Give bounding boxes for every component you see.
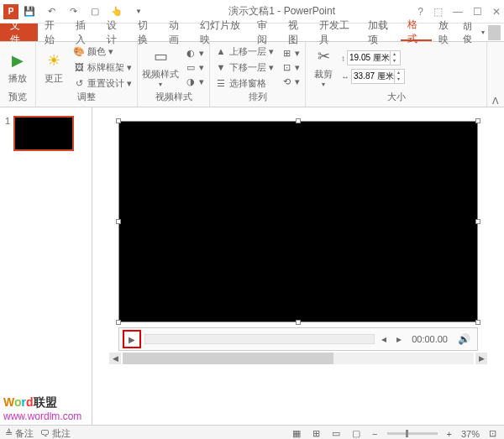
spin-down[interactable]: ▾	[394, 76, 402, 83]
app-icon: P	[3, 4, 18, 19]
tab-insert[interactable]: 插入	[69, 24, 100, 41]
group-icon: ⊡	[281, 62, 292, 73]
tab-transitions[interactable]: 切换	[131, 24, 162, 41]
tab-format[interactable]: 格式	[401, 24, 432, 41]
resize-handle[interactable]	[475, 320, 480, 325]
tab-addins[interactable]: 加载项	[361, 24, 401, 41]
video-object[interactable]	[118, 121, 478, 322]
qat-dropdown-icon[interactable]: ▼	[131, 4, 146, 19]
corrections-button[interactable]: ☀ 更正	[39, 44, 68, 91]
play-button[interactable]: ▶ 播放	[3, 44, 32, 91]
resize-handle[interactable]	[296, 320, 301, 325]
poster-frame-button[interactable]: 🖼标牌框架 ▾	[71, 60, 134, 75]
video-styles-button[interactable]: ▭ 视频样式 ▾	[141, 44, 180, 91]
slideshow-view-icon[interactable]: ▢	[349, 428, 363, 439]
align-button[interactable]: ⊞▾	[279, 47, 302, 60]
zoom-out-icon[interactable]: −	[370, 429, 380, 439]
video-controls: ▶ ◂ ▸ 00:00.00 🔊	[118, 327, 478, 351]
sorter-view-icon[interactable]: ⊞	[310, 428, 323, 439]
collapse-ribbon-icon[interactable]: ᐱ	[487, 42, 504, 107]
crop-button[interactable]: ✂ 裁剪 ▾	[309, 44, 338, 91]
spin-down[interactable]: ▾	[390, 58, 398, 65]
fit-icon[interactable]: ⊡	[486, 428, 499, 439]
group-preview: ▶ 播放 预览	[0, 42, 36, 107]
height-icon: ↕	[341, 54, 345, 63]
seek-bar[interactable]	[144, 334, 375, 344]
main-area: 1 ⟳ ▶ ◂ ▸ 00:00.00 🔊	[0, 107, 504, 425]
maximize-icon[interactable]: ☐	[473, 6, 482, 18]
width-icon: ↔	[341, 72, 349, 81]
undo-icon[interactable]: ↶	[44, 4, 59, 19]
scroll-thumb[interactable]	[123, 353, 333, 364]
tab-design[interactable]: 设计	[100, 24, 131, 41]
resize-handle[interactable]	[116, 219, 121, 224]
start-slideshow-icon[interactable]: ▢	[87, 4, 102, 19]
zoom-percent[interactable]: 37%	[461, 429, 480, 439]
size-inputs: ↕ 19.05 厘米 ▴▾ ↔ 33.87 厘米 ▴▾	[341, 50, 405, 84]
step-forward-icon[interactable]: ▸	[393, 333, 405, 345]
comments-button[interactable]: 🗨 批注	[40, 427, 71, 439]
zoom-slider[interactable]	[387, 432, 438, 435]
resize-handle[interactable]	[475, 219, 480, 224]
tab-review[interactable]: 审阅	[250, 24, 281, 41]
send-backward-button[interactable]: ▼下移一层 ▾	[213, 60, 276, 75]
quick-access-toolbar: 💾 ↶ ↷ ▢ 👆 ▼	[22, 4, 146, 19]
shape-button[interactable]: ◐▾	[183, 47, 206, 60]
close-icon[interactable]: ✕	[492, 6, 501, 18]
selection-pane-button[interactable]: ☰选择窗格	[213, 76, 276, 91]
ribbon-tabs: 文件 开始 插入 设计 切换 动画 幻灯片放映 审阅 视图 开发工具 加载项 格…	[0, 24, 504, 42]
resize-handle[interactable]	[296, 118, 301, 123]
tab-developer[interactable]: 开发工具	[312, 24, 361, 41]
group-button[interactable]: ⊡▾	[279, 61, 302, 74]
scroll-track[interactable]	[123, 353, 474, 364]
effects-button[interactable]: ◑▾	[183, 76, 206, 88]
scroll-right-icon[interactable]: ▶	[475, 353, 487, 364]
adjust-stack: 🎨颜色 ▾ 🖼标牌框架 ▾ ↺重置设计 ▾	[71, 44, 134, 91]
minimize-icon[interactable]: —	[453, 6, 463, 18]
resize-handle[interactable]	[475, 118, 480, 123]
shape-icon: ◐	[185, 48, 197, 59]
help-icon[interactable]: ?	[417, 6, 423, 18]
tab-animations[interactable]: 动画	[162, 24, 193, 41]
tab-home[interactable]: 开始	[38, 24, 69, 41]
reset-design-button[interactable]: ↺重置设计 ▾	[71, 76, 134, 91]
reset-icon: ↺	[73, 78, 85, 89]
spin-up[interactable]: ▴	[390, 51, 398, 58]
notes-button[interactable]: ≜ 备注	[5, 427, 34, 439]
video-object-container: ⟳	[118, 121, 478, 322]
group-label: 调整	[39, 91, 134, 105]
ribbon-display-icon[interactable]: ⬚	[433, 6, 443, 18]
scroll-left-icon[interactable]: ◀	[109, 353, 121, 364]
avatar[interactable]	[488, 25, 501, 40]
tab-slideshow[interactable]: 幻灯片放映	[193, 24, 250, 41]
group-video-styles: ▭ 视频样式 ▾ ◐▾ ▭▾ ◑▾ 视频样式	[138, 42, 210, 107]
bring-forward-icon: ▲	[215, 46, 227, 56]
reading-view-icon[interactable]: ▭	[329, 428, 343, 439]
volume-icon[interactable]: 🔊	[454, 333, 474, 345]
tab-playback[interactable]: 放映	[432, 24, 463, 41]
border-button[interactable]: ▭▾	[183, 61, 206, 74]
time-display: 00:00.00	[408, 334, 451, 344]
slide-panel: 1	[0, 107, 92, 425]
resize-handle[interactable]	[116, 118, 121, 123]
color-button[interactable]: 🎨颜色 ▾	[71, 44, 134, 59]
resize-handle[interactable]	[116, 320, 121, 325]
zoom-in-icon[interactable]: +	[444, 429, 454, 439]
video-play-button[interactable]: ▶	[123, 330, 141, 348]
normal-view-icon[interactable]: ▦	[290, 428, 303, 439]
step-back-icon[interactable]: ◂	[378, 333, 390, 345]
send-backward-icon: ▼	[215, 62, 227, 72]
touch-mode-icon[interactable]: 👆	[109, 4, 124, 19]
group-arrange: ▲上移一层 ▾ ▼下移一层 ▾ ☰选择窗格 ⊞▾ ⊡▾ ⟲▾ 排列	[210, 42, 306, 107]
save-icon[interactable]: 💾	[22, 4, 37, 19]
tab-file[interactable]: 文件	[0, 24, 38, 41]
slide-thumbnail[interactable]: 1	[5, 116, 87, 151]
user-name[interactable]: 胡俊	[463, 20, 478, 45]
width-input[interactable]: 33.87 厘米 ▴▾	[351, 69, 405, 84]
tab-view[interactable]: 视图	[281, 24, 312, 41]
height-input[interactable]: 19.05 厘米 ▴▾	[347, 50, 401, 65]
rotate-button[interactable]: ⟲▾	[279, 76, 302, 88]
spin-up[interactable]: ▴	[394, 70, 402, 76]
bring-forward-button[interactable]: ▲上移一层 ▾	[213, 44, 276, 59]
redo-icon[interactable]: ↷	[66, 4, 81, 19]
